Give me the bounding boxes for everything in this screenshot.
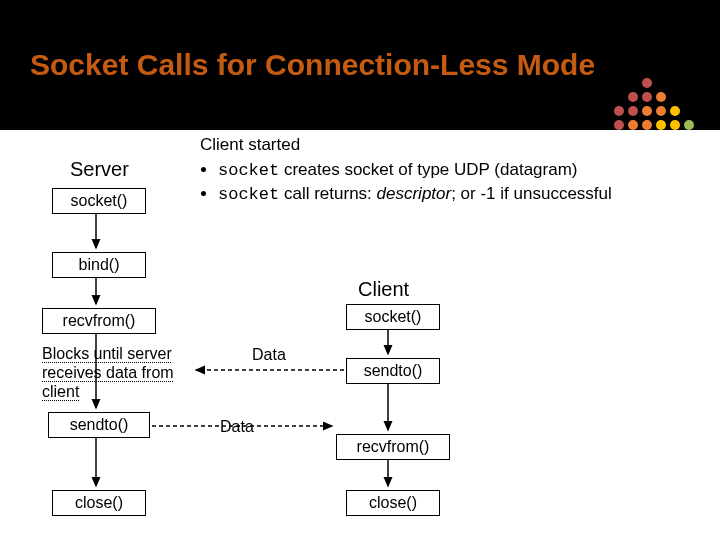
server-bind-box: bind() bbox=[52, 252, 146, 278]
code-socket-2: socket bbox=[218, 185, 279, 204]
content-area: Server Client Client started socket crea… bbox=[0, 130, 720, 540]
code-socket-1: socket bbox=[218, 161, 279, 180]
explanation-bullet-2: socket call returns: descriptor; or -1 i… bbox=[218, 183, 700, 207]
bullet2-part2: ; or -1 if unsuccessful bbox=[451, 184, 612, 203]
descriptor-word: descriptor bbox=[377, 184, 452, 203]
explanation-text: Client started socket creates socket of … bbox=[200, 134, 700, 207]
bullet1-rest: creates socket of type UDP (datagram) bbox=[279, 160, 577, 179]
server-column-label: Server bbox=[70, 158, 129, 181]
bullet2-part1: call returns: bbox=[279, 184, 376, 203]
note-line-1: Blocks until server bbox=[42, 345, 172, 362]
client-recvfrom-box: recvfrom() bbox=[336, 434, 450, 460]
server-socket-box: socket() bbox=[52, 188, 146, 214]
server-recvfrom-box: recvfrom() bbox=[42, 308, 156, 334]
data-label-1: Data bbox=[252, 346, 286, 364]
blocking-note: Blocks until server receives data from c… bbox=[42, 344, 174, 402]
note-line-2: receives data from bbox=[42, 364, 174, 381]
explanation-bullet-1: socket creates socket of type UDP (datag… bbox=[218, 159, 700, 183]
slide-title: Socket Calls for Connection-Less Mode bbox=[30, 48, 595, 82]
client-column-label: Client bbox=[358, 278, 409, 301]
data-label-2: Data bbox=[220, 418, 254, 436]
server-close-box: close() bbox=[52, 490, 146, 516]
client-sendto-box: sendto() bbox=[346, 358, 440, 384]
client-close-box: close() bbox=[346, 490, 440, 516]
client-socket-box: socket() bbox=[346, 304, 440, 330]
explanation-heading: Client started bbox=[200, 134, 700, 157]
server-sendto-box: sendto() bbox=[48, 412, 150, 438]
note-line-3: client bbox=[42, 383, 79, 400]
decorative-dot-grid bbox=[614, 50, 696, 132]
